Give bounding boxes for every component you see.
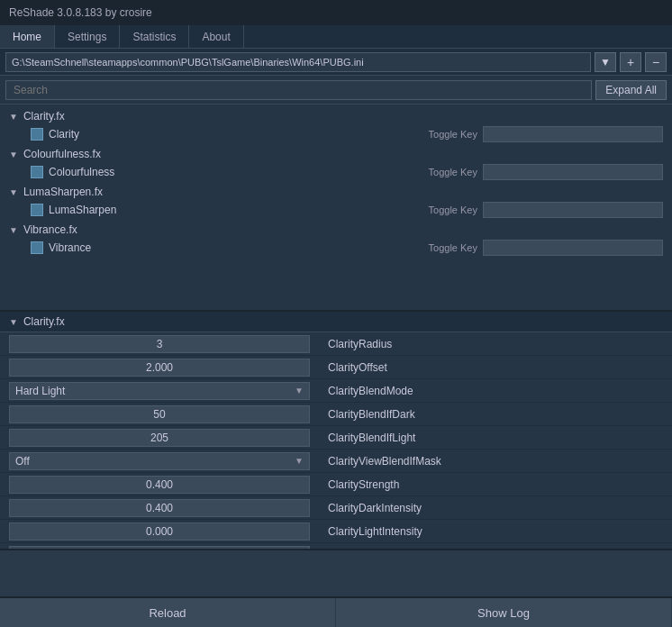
clarity-viewblendifmask-arrow: ▼ bbox=[295, 456, 304, 466]
clarity-blendiflight-control bbox=[9, 429, 315, 447]
colourfulness-item-name: Colourfulness bbox=[49, 166, 423, 178]
plus-icon: + bbox=[627, 55, 634, 69]
setting-row-clarity-lightintensity: ClarityLightIntensity bbox=[0, 520, 672, 543]
lumasharpen-collapse-arrow[interactable]: ▼ bbox=[9, 187, 18, 197]
clarity-collapse-arrow[interactable]: ▼ bbox=[9, 112, 18, 122]
fx-group-vibrance-header: ▼ Vibrance.fx bbox=[9, 223, 663, 236]
colourfulness-collapse-arrow[interactable]: ▼ bbox=[9, 150, 18, 159]
fx-group-clarity-header: ▼ Clarity.fx bbox=[9, 110, 663, 123]
clarity-viewmask-arrow: ▼ bbox=[295, 550, 304, 550]
fx-group-vibrance: ▼ Vibrance.fx Vibrance Toggle Key bbox=[9, 223, 663, 256]
setting-row-clarity-viewmask: Off ▼ ClarityViewMask bbox=[0, 543, 672, 550]
clarity-radius-label: ClarityRadius bbox=[315, 338, 392, 350]
clarity-offset-input[interactable] bbox=[9, 359, 310, 377]
vibrance-collapse-arrow[interactable]: ▼ bbox=[9, 225, 18, 235]
colourfulness-checkbox[interactable] bbox=[31, 166, 43, 178]
clarity-viewmask-value: Off bbox=[15, 549, 30, 551]
clarity-strength-input[interactable] bbox=[9, 476, 310, 494]
setting-row-clarity-offset: ClarityOffset bbox=[0, 356, 672, 379]
clarity-blendifdark-input[interactable] bbox=[9, 405, 310, 423]
expand-all-button[interactable]: Expand All bbox=[595, 80, 667, 100]
settings-section-title: Clarity.fx bbox=[23, 315, 65, 328]
fx-group-clarity: ▼ Clarity.fx Clarity Toggle Key bbox=[9, 110, 663, 142]
clarity-strength-label: ClarityStrength bbox=[315, 478, 399, 491]
clarity-blendmode-arrow: ▼ bbox=[295, 386, 304, 395]
fx-item-vibrance: Vibrance Toggle Key bbox=[9, 240, 663, 256]
search-bar: Expand All bbox=[0, 76, 672, 104]
clarity-viewblendifmask-control: Off ▼ bbox=[9, 452, 315, 470]
tab-settings[interactable]: Settings bbox=[55, 25, 120, 48]
minus-icon: − bbox=[652, 55, 659, 69]
vibrance-toggle-key-input[interactable] bbox=[483, 240, 663, 256]
fx-item-colourfulness: Colourfulness Toggle Key bbox=[9, 164, 663, 180]
colourfulness-group-name: Colourfulness.fx bbox=[23, 148, 101, 160]
clarity-blendifdark-control bbox=[9, 405, 315, 423]
reload-button[interactable]: Reload bbox=[0, 598, 336, 627]
filepath-bar: ▼ + − bbox=[0, 49, 672, 76]
settings-collapse-arrow[interactable]: ▼ bbox=[9, 317, 18, 327]
show-log-button[interactable]: Show Log bbox=[336, 598, 672, 627]
clarity-blendmode-dropdown[interactable]: Hard Light ▼ bbox=[9, 382, 310, 400]
colourfulness-toggle-key-input[interactable] bbox=[483, 164, 663, 180]
setting-row-clarity-blendiflight: ClarityBlendIfLight bbox=[0, 426, 672, 450]
clarity-darkintensity-input[interactable] bbox=[9, 499, 310, 517]
lumasharpen-group-name: LumaSharpen.fx bbox=[23, 186, 103, 198]
filepath-dropdown-btn[interactable]: ▼ bbox=[595, 52, 616, 72]
clarity-offset-control bbox=[9, 359, 315, 377]
fx-group-colourfulness-header: ▼ Colourfulness.fx bbox=[9, 148, 663, 160]
setting-row-clarity-blendifdark: ClarityBlendIfDark bbox=[0, 403, 672, 426]
tab-about[interactable]: About bbox=[189, 25, 243, 48]
settings-panel: ▼ Clarity.fx ClarityRadius ClarityOffset… bbox=[0, 312, 672, 550]
vibrance-checkbox[interactable] bbox=[31, 241, 43, 254]
settings-section-header: ▼ Clarity.fx bbox=[0, 312, 672, 332]
vibrance-item-name: Vibrance bbox=[49, 241, 423, 254]
clarity-lightintensity-control bbox=[9, 522, 315, 541]
clarity-group-name: Clarity.fx bbox=[23, 110, 65, 123]
fx-group-colourfulness: ▼ Colourfulness.fx Colourfulness Toggle … bbox=[9, 148, 663, 180]
fx-group-lumasharpen: ▼ LumaSharpen.fx LumaSharpen Toggle Key bbox=[9, 186, 663, 218]
setting-row-clarity-darkintensity: ClarityDarkIntensity bbox=[0, 496, 672, 520]
colourfulness-toggle-key-label: Toggle Key bbox=[429, 167, 477, 177]
clarity-blendmode-label: ClarityBlendMode bbox=[315, 385, 413, 397]
tab-statistics[interactable]: Statistics bbox=[120, 25, 189, 48]
clarity-viewmask-dropdown[interactable]: Off ▼ bbox=[9, 546, 310, 551]
clarity-darkintensity-label: ClarityDarkIntensity bbox=[315, 502, 422, 514]
title-text: ReShade 3.0.8.183 by crosire bbox=[9, 6, 152, 19]
tab-bar: Home Settings Statistics About bbox=[0, 25, 672, 49]
effects-panel: ▼ Clarity.fx Clarity Toggle Key ▼ Colour… bbox=[0, 104, 672, 312]
clarity-viewblendifmask-label: ClarityViewBlendIfMask bbox=[315, 455, 441, 468]
filepath-plus-btn[interactable]: + bbox=[620, 52, 641, 72]
setting-row-clarity-radius: ClarityRadius bbox=[0, 332, 672, 356]
clarity-checkbox[interactable] bbox=[31, 128, 43, 141]
lumasharpen-toggle-key-input[interactable] bbox=[483, 202, 663, 218]
tab-home[interactable]: Home bbox=[0, 25, 55, 48]
clarity-darkintensity-control bbox=[9, 499, 315, 517]
clarity-blendiflight-input[interactable] bbox=[9, 429, 310, 447]
setting-row-clarity-blendmode: Hard Light ▼ ClarityBlendMode bbox=[0, 379, 672, 403]
lumasharpen-checkbox[interactable] bbox=[31, 204, 43, 216]
lumasharpen-toggle-key-label: Toggle Key bbox=[429, 204, 477, 215]
fx-item-lumasharpen: LumaSharpen Toggle Key bbox=[9, 202, 663, 218]
filepath-minus-btn[interactable]: − bbox=[645, 52, 667, 72]
clarity-blendmode-control: Hard Light ▼ bbox=[9, 382, 315, 400]
clarity-blendifdark-label: ClarityBlendIfDark bbox=[315, 408, 415, 421]
clarity-viewmask-control: Off ▼ bbox=[9, 546, 315, 551]
clarity-radius-control bbox=[9, 335, 315, 353]
clarity-blendiflight-label: ClarityBlendIfLight bbox=[315, 432, 415, 444]
filepath-input[interactable] bbox=[5, 52, 591, 72]
setting-row-clarity-viewblendifmask: Off ▼ ClarityViewBlendIfMask bbox=[0, 450, 672, 473]
action-bar: Reload Show Log bbox=[0, 596, 672, 627]
clarity-lightintensity-input[interactable] bbox=[9, 522, 310, 541]
fx-item-clarity: Clarity Toggle Key bbox=[9, 126, 663, 142]
clarity-blendmode-value: Hard Light bbox=[15, 385, 65, 397]
clarity-toggle-key-label: Toggle Key bbox=[429, 129, 477, 140]
clarity-lightintensity-label: ClarityLightIntensity bbox=[315, 525, 422, 538]
clarity-item-name: Clarity bbox=[49, 128, 423, 141]
clarity-radius-input[interactable] bbox=[9, 335, 310, 353]
lumasharpen-item-name: LumaSharpen bbox=[49, 204, 423, 216]
search-input[interactable] bbox=[5, 80, 592, 100]
clarity-toggle-key-input[interactable] bbox=[483, 126, 663, 142]
title-bar: ReShade 3.0.8.183 by crosire bbox=[0, 0, 672, 25]
clarity-viewblendifmask-dropdown[interactable]: Off ▼ bbox=[9, 452, 310, 470]
setting-row-clarity-strength: ClarityStrength bbox=[0, 473, 672, 496]
